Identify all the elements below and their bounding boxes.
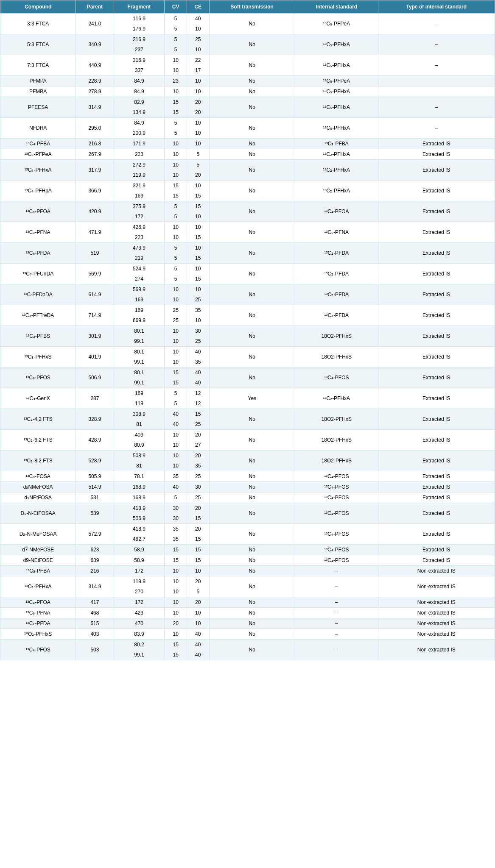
ce-cell: 10 [187, 86, 209, 97]
ce-cell: 20 [187, 430, 209, 440]
internal-standard-cell: ¹³C₅-PFHxA [295, 55, 378, 76]
internal-standard-cell: – [295, 597, 378, 608]
soft-transmission-cell: No [209, 367, 295, 388]
ce-cell: 25 [187, 492, 209, 503]
ce-cell: 22 [187, 55, 209, 66]
type-is-cell: Extracted IS [378, 181, 495, 201]
fragment-cell: 58.9 [114, 545, 165, 555]
table-row: ¹³C₂-PFHxA314.9119.91020No–Non-extracted… [0, 576, 495, 587]
type-is-cell: – [378, 34, 495, 55]
table-row: ¹³C₈-FOSA505.978.13525No¹³C₄-PFOSExtract… [0, 471, 495, 482]
ce-cell: 20 [187, 503, 209, 514]
type-is-cell: Extracted IS [378, 347, 495, 367]
internal-standard-cell: 18O2-PFHxS [295, 347, 378, 367]
type-is-cell: Extracted IS [378, 524, 495, 545]
parent-cell: 714.9 [76, 305, 114, 326]
type-is-cell: Non-extracted IS [378, 566, 495, 576]
soft-transmission-cell: No [209, 597, 295, 608]
table-row: d7-NMeFOSE62358.91515No¹³C₄-PFOSExtracte… [0, 545, 495, 555]
soft-transmission-cell: No [209, 524, 295, 545]
table-row: PFMPA228.984.92310No¹³C₅-PFPeA [0, 76, 495, 86]
parent-cell: 328.9 [76, 409, 114, 430]
ce-cell: 10 [187, 315, 209, 326]
soft-transmission-cell: No [209, 149, 295, 160]
compound-cell: ¹³C₃-PFBS [0, 326, 76, 347]
table-row: ¹³C₂-PFDA5154702010No–Non-extracted IS [0, 618, 495, 629]
ce-cell: 40 [187, 640, 209, 650]
type-is-cell: Extracted IS [378, 222, 495, 243]
cv-cell: 5 [165, 253, 187, 264]
fragment-cell: 176.9 [114, 24, 165, 34]
cv-cell: 5 [165, 492, 187, 503]
soft-transmission-cell: No [209, 139, 295, 149]
soft-transmission-cell: No [209, 181, 295, 201]
soft-transmission-cell: No [209, 347, 295, 367]
internal-standard-cell: 18O2-PFHxS [295, 451, 378, 471]
type-is-cell: Extracted IS [378, 326, 495, 347]
internal-standard-cell: – [295, 618, 378, 629]
internal-standard-cell: 18O2-PFHxS [295, 326, 378, 347]
cv-cell: 15 [165, 191, 187, 201]
cv-cell: 10 [165, 461, 187, 471]
fragment-cell: 524.9 [114, 264, 165, 274]
type-is-cell: Extracted IS [378, 451, 495, 471]
cv-cell: 40 [165, 419, 187, 430]
fragment-cell: 80.1 [114, 347, 165, 357]
table-row: d₅NEtFOSA531168.9525No¹³C₄-PFOSExtracted… [0, 492, 495, 503]
internal-standard-cell: ¹³C₄-PFOS [295, 503, 378, 524]
cv-cell: 40 [165, 409, 187, 420]
fragment-cell: 99.1 [114, 336, 165, 347]
fragment-cell: 418.9 [114, 503, 165, 514]
soft-transmission-cell: No [209, 566, 295, 576]
ce-cell: 25 [187, 295, 209, 305]
cv-cell: 15 [165, 545, 187, 555]
ce-cell: 40 [187, 14, 209, 24]
ce-cell: 35 [187, 357, 209, 367]
fragment-cell: 508.9 [114, 451, 165, 461]
compound-cell: ¹³C₂-6:2 FTS [0, 430, 76, 451]
fragment-cell: 274 [114, 274, 165, 284]
fragment-cell: 426.9 [114, 222, 165, 233]
cv-cell: 23 [165, 76, 187, 86]
internal-standard-cell: ¹³C₂-PFHxA [295, 181, 378, 201]
type-is-cell: Extracted IS [378, 471, 495, 482]
fragment-cell: 482.7 [114, 534, 165, 545]
type-is-cell: Extracted IS [378, 503, 495, 524]
soft-transmission-cell: No [209, 201, 295, 222]
table-row: ¹³C₃-GenX287169512Yes¹³C₂-PFHxAExtracted… [0, 388, 495, 399]
table-row: ¹³C₈-PFOA420.9375.9515No¹³C₄-PFOAExtract… [0, 201, 495, 212]
compound-cell: ¹³C₅-PFPeA [0, 149, 76, 160]
parent-cell: 228.9 [76, 76, 114, 86]
fragment-cell: 81 [114, 461, 165, 471]
ce-cell: 30 [187, 482, 209, 492]
compound-cell: ¹³C₄-PFOS [0, 640, 76, 660]
cv-cell: 10 [165, 357, 187, 367]
compound-cell: d7-NMeFOSE [0, 545, 76, 555]
soft-transmission-cell: No [209, 503, 295, 524]
parent-cell: 241.0 [76, 14, 114, 34]
ce-cell: 17 [187, 65, 209, 76]
cv-cell: 5 [165, 201, 187, 212]
cv-cell: 15 [165, 107, 187, 118]
header-soft-transmission: Soft transmission [209, 0, 295, 14]
compound-cell: ¹³C₂-4:2 FTS [0, 409, 76, 430]
ce-cell: 10 [187, 118, 209, 128]
parent-cell: 572.9 [76, 524, 114, 545]
ce-cell: 40 [187, 378, 209, 388]
ce-cell: 40 [187, 367, 209, 378]
ce-cell: 20 [187, 451, 209, 461]
header-fragment: Fragment [114, 0, 165, 14]
type-is-cell: – [378, 97, 495, 118]
compound-cell: ¹³C₈-PFOA [0, 201, 76, 222]
table-row: ¹³C₂-6:2 FTS428.94091020No18O2-PFHxSExtr… [0, 430, 495, 440]
internal-standard-cell: ¹³C₅-PFHxA [295, 34, 378, 55]
soft-transmission-cell: No [209, 576, 295, 597]
cv-cell: 20 [165, 618, 187, 629]
fragment-cell: 337 [114, 65, 165, 76]
cv-cell: 35 [165, 534, 187, 545]
header-ce: CE [187, 0, 209, 14]
parent-cell: 531 [76, 492, 114, 503]
soft-transmission-cell: No [209, 409, 295, 430]
fragment-cell: 99.1 [114, 650, 165, 660]
table-row: ¹³C₅-PFNA4684231010No–Non-extracted IS [0, 608, 495, 618]
